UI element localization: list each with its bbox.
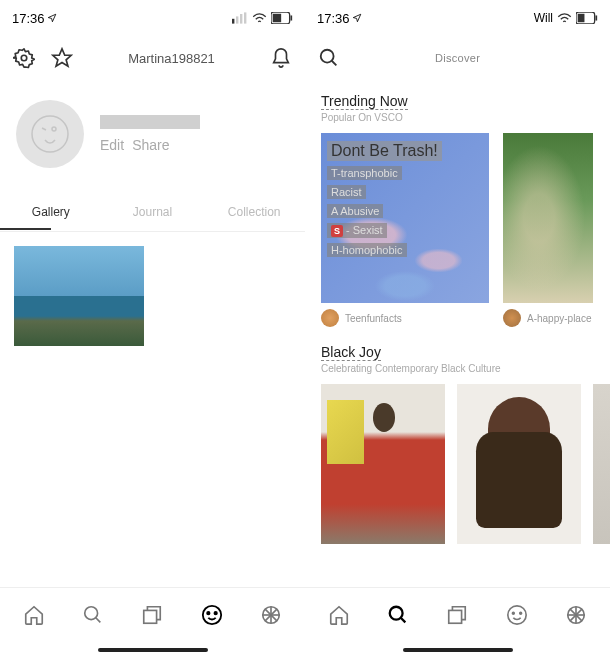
svg-point-14 (207, 611, 209, 613)
author-name: A-happy-place (527, 313, 591, 324)
profile-tabs: Gallery Journal Collection (0, 192, 305, 232)
status-time: 17:36 (12, 11, 45, 26)
card-text-line: T-transphobic (327, 166, 402, 180)
nav-studio-icon[interactable] (132, 604, 172, 626)
nav-search-icon[interactable] (73, 604, 113, 626)
tab-collection[interactable]: Collection (203, 195, 305, 229)
svg-rect-12 (144, 610, 157, 623)
svg-line-11 (96, 617, 101, 622)
svg-rect-22 (578, 14, 585, 22)
blackjoy-card[interactable] (593, 384, 610, 544)
svg-line-25 (332, 61, 337, 66)
svg-rect-23 (595, 15, 597, 20)
signal-icon (232, 12, 248, 24)
trending-row: Dont Be Trash! T-transphobic Racist A Ab… (321, 133, 610, 327)
svg-point-9 (32, 116, 68, 152)
nav-profile-icon[interactable] (497, 604, 537, 626)
settings-icon[interactable] (12, 46, 36, 70)
battery-icon (576, 12, 598, 24)
location-icon (352, 13, 362, 23)
trending-subtitle: Popular On VSCO (321, 112, 610, 123)
svg-rect-2 (240, 14, 242, 24)
nav-studio-icon[interactable] (437, 604, 477, 626)
bottom-nav (0, 587, 305, 641)
favorites-icon[interactable] (50, 46, 74, 70)
nav-membership-icon[interactable] (556, 604, 596, 626)
svg-point-29 (508, 605, 526, 623)
svg-point-30 (512, 612, 514, 614)
top-bar: Martina198821 (0, 36, 305, 80)
svg-rect-6 (290, 15, 292, 20)
svg-point-24 (321, 50, 334, 63)
blackjoy-header: Black Joy Celebrating Contemporary Black… (321, 343, 610, 374)
svg-point-15 (214, 611, 216, 613)
share-profile-link[interactable]: Share (132, 137, 169, 153)
card-text-line: Racist (327, 185, 366, 199)
profile-section: Edit Share (0, 80, 305, 192)
search-icon[interactable] (317, 46, 341, 70)
blackjoy-title: Black Joy (321, 344, 381, 361)
blackjoy-card[interactable] (457, 384, 581, 544)
author-avatar (321, 309, 339, 327)
page-title: Discover (355, 52, 560, 64)
battery-icon (271, 12, 293, 24)
blackjoy-row (321, 384, 610, 544)
svg-point-7 (21, 55, 27, 61)
card-text-line: Dont Be Trash! (327, 141, 442, 161)
gallery-content (0, 232, 305, 587)
trending-card[interactable]: Dont Be Trash! T-transphobic Racist A Ab… (321, 133, 489, 327)
nav-membership-icon[interactable] (251, 604, 291, 626)
username: Martina198821 (88, 51, 255, 66)
nav-profile-icon[interactable] (192, 604, 232, 626)
svg-rect-0 (232, 19, 234, 24)
status-time: 17:36 (317, 11, 350, 26)
discover-content: Trending Now Popular On VSCO Dont Be Tra… (305, 80, 610, 587)
tab-journal[interactable]: Journal (102, 195, 204, 229)
svg-line-27 (401, 617, 406, 622)
trending-header: Trending Now Popular On VSCO (321, 92, 610, 123)
top-bar: Discover (305, 36, 610, 80)
blackjoy-subtitle: Celebrating Contemporary Black Culture (321, 363, 610, 374)
carrier-label: Will (534, 11, 553, 25)
bottom-nav (305, 587, 610, 641)
svg-point-31 (520, 612, 522, 614)
nav-search-icon[interactable] (378, 604, 418, 626)
edit-profile-link[interactable]: Edit (100, 137, 124, 153)
tab-gallery[interactable]: Gallery (0, 195, 102, 229)
svg-point-10 (85, 606, 98, 619)
nav-home-icon[interactable] (319, 604, 359, 626)
svg-rect-1 (236, 16, 238, 23)
author-name: Teenfunfacts (345, 313, 402, 324)
trending-title: Trending Now (321, 93, 408, 110)
svg-point-13 (203, 605, 221, 623)
trending-card[interactable]: A-happy-place (503, 133, 593, 327)
location-icon (47, 13, 57, 23)
wifi-icon (252, 12, 267, 24)
home-indicator[interactable] (305, 641, 610, 659)
nav-home-icon[interactable] (14, 604, 54, 626)
svg-rect-28 (449, 610, 462, 623)
author-avatar (503, 309, 521, 327)
card-text-line: H-homophobic (327, 243, 407, 257)
blackjoy-card[interactable] (321, 384, 445, 544)
card-text-line: S- Sexist (327, 223, 387, 238)
status-bar: 17:36 (0, 0, 305, 36)
wifi-icon (557, 12, 572, 24)
discover-screen: 17:36 Will Discover Trending Now Popular… (305, 0, 610, 659)
card-text-line: A Abusive (327, 204, 383, 218)
svg-rect-5 (273, 14, 281, 22)
profile-screen: 17:36 Martina198821 Edit Share (0, 0, 305, 659)
status-bar: 17:36 Will (305, 0, 610, 36)
notifications-icon[interactable] (269, 46, 293, 70)
svg-marker-8 (53, 49, 71, 66)
svg-rect-3 (244, 12, 246, 23)
svg-point-26 (390, 606, 403, 619)
home-indicator[interactable] (0, 641, 305, 659)
avatar[interactable] (16, 100, 84, 168)
profile-name-placeholder (100, 115, 200, 129)
gallery-photo[interactable] (14, 246, 144, 346)
profile-info: Edit Share (100, 115, 289, 153)
